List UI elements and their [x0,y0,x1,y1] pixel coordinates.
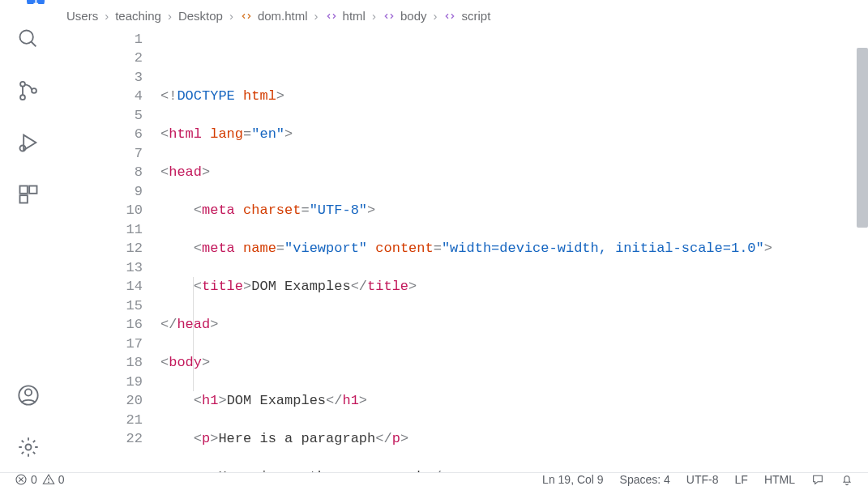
code-editor[interactable]: 12345678910111213141516171819202122 <!DO… [57,28,868,472]
symbol-icon [443,10,456,23]
status-language[interactable]: HTML [764,473,795,486]
search-icon[interactable] [16,27,41,51]
svg-point-2 [20,82,25,87]
source-control-icon[interactable] [16,79,41,103]
vertical-scrollbar[interactable] [857,28,868,472]
scrollbar-thumb[interactable] [857,48,868,228]
chevron-right-icon: › [229,9,233,23]
svg-point-0 [20,30,33,43]
active-line-highlight [160,373,860,392]
svg-point-11 [25,389,32,395]
breadcrumb-item[interactable]: teaching [115,9,161,23]
breadcrumb-item[interactable]: body [383,9,427,23]
indent-guide [193,277,194,391]
chevron-right-icon: › [314,9,319,23]
line-number-gutter: 12345678910111213141516171819202122 [57,28,160,472]
settings-gear-icon[interactable] [16,435,41,459]
chevron-right-icon: › [433,9,437,23]
svg-point-4 [32,88,36,93]
code-file-icon [240,10,253,23]
warning-icon [42,473,55,486]
status-indent[interactable]: Spaces: 4 [620,473,670,486]
code-content[interactable]: <!DOCTYPE html> <html lang="en"> <head> … [160,28,868,472]
feedback-icon[interactable] [811,473,824,486]
symbol-icon [325,10,338,23]
svg-rect-7 [20,185,28,193]
extensions-icon[interactable] [16,182,41,207]
breadcrumb-item[interactable]: Desktop [178,9,223,23]
svg-point-6 [20,145,26,151]
status-bar: 0 0 Ln 19, Col 9 Spaces: 4 UTF-8 LF HTML [0,472,868,486]
chevron-right-icon: › [168,9,172,23]
breadcrumb: Users › teaching › Desktop › dom.html › … [57,4,868,28]
svg-point-3 [20,95,25,100]
status-eol[interactable]: LF [735,473,748,486]
symbol-icon [383,10,396,23]
run-debug-icon[interactable] [16,130,41,155]
svg-rect-9 [20,195,28,202]
svg-line-1 [32,41,36,46]
chevron-right-icon: › [372,9,376,23]
svg-rect-8 [29,185,36,193]
breadcrumb-item[interactable]: html [325,9,366,23]
activity-bar [0,4,57,472]
status-errors[interactable]: 0 [15,473,37,486]
chevron-right-icon: › [105,9,109,23]
status-encoding[interactable]: UTF-8 [686,473,719,486]
account-icon[interactable] [16,383,41,407]
status-warnings[interactable]: 0 [42,473,65,486]
error-icon [15,473,28,486]
breadcrumb-item[interactable]: script [443,9,490,23]
status-ln-col[interactable]: Ln 19, Col 9 [542,473,604,486]
breadcrumb-item[interactable]: dom.html [240,9,308,23]
svg-point-12 [26,445,32,450]
svg-point-17 [48,482,49,483]
notifications-bell-icon[interactable] [840,473,853,486]
breadcrumb-item[interactable]: Users [66,9,98,23]
